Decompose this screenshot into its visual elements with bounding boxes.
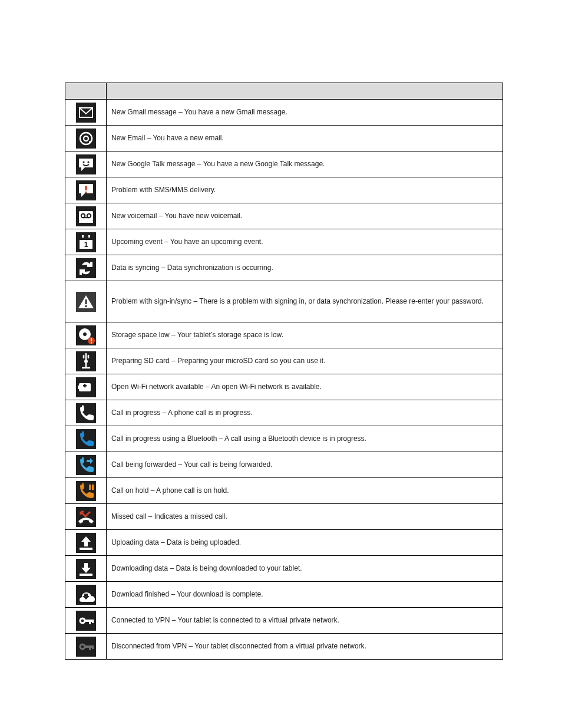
icon-cell (65, 530, 107, 556)
email-icon (76, 129, 96, 149)
call-hold-icon (76, 481, 96, 501)
description-cell: New voicemail – You have new voicemail. (107, 203, 503, 229)
table-row: Call in progress – A phone call is in pr… (65, 400, 503, 426)
table-row: Data is syncing – Data synchronization i… (65, 255, 503, 281)
description-cell: Call in progress – A phone call is in pr… (107, 400, 503, 426)
icon-cell (65, 281, 107, 322)
description-cell: Disconnected from VPN – Your tablet disc… (107, 634, 503, 660)
table-row: Open Wi-Fi network available – An open W… (65, 374, 503, 400)
description-cell: New Email – You have a new email. (107, 126, 503, 151)
bluetooth-call-icon (76, 429, 96, 449)
table-row: Upcoming event – You have an upcoming ev… (65, 229, 503, 255)
icon-cell (65, 582, 107, 608)
table-row: New Google Talk message – You have a new… (65, 151, 503, 177)
table-row: Problem with SMS/MMS delivery. (65, 177, 503, 203)
calendar-event-icon (76, 232, 96, 252)
description-cell: Open Wi-Fi network available – An open W… (107, 374, 503, 400)
description-cell: Call being forwarded – Your call is bein… (107, 452, 503, 478)
icon-cell (65, 100, 107, 126)
icon-cell (65, 504, 107, 530)
missed-call-icon (76, 507, 96, 527)
table-row: Disconnected from VPN – Your tablet disc… (65, 634, 503, 660)
description-cell: Problem with SMS/MMS delivery. (107, 177, 503, 203)
table-row: New Email – You have a new email. (65, 126, 503, 151)
description-cell: Upcoming event – You have an upcoming ev… (107, 229, 503, 255)
description-cell: Preparing SD card – Preparing your micro… (107, 348, 503, 374)
table-row: Download finished – Your download is com… (65, 582, 503, 608)
table-row: Call on hold – A phone call is on hold. (65, 478, 503, 504)
description-cell: New Google Talk message – You have a new… (107, 151, 503, 177)
description-cell: Download finished – Your download is com… (107, 582, 503, 608)
description-cell: Connected to VPN – Your tablet is connec… (107, 608, 503, 634)
table-row: Call being forwarded – Your call is bein… (65, 452, 503, 478)
description-cell: Problem with sign-in/sync – There is a p… (107, 281, 503, 322)
sms-problem-icon (76, 180, 96, 200)
call-forward-icon (76, 455, 96, 475)
icon-cell (65, 400, 107, 426)
description-cell: Storage space low – Your tablet’s storag… (107, 322, 503, 348)
table-header-row (65, 83, 503, 100)
icon-cell (65, 608, 107, 634)
icon-cell (65, 478, 107, 504)
wifi-available-icon (76, 377, 96, 397)
voicemail-icon (76, 206, 96, 226)
sd-preparing-icon (76, 351, 96, 371)
vpn-connected-icon (76, 611, 96, 631)
gmail-icon (76, 103, 96, 123)
table-row: Missed call – Indicates a missed call. (65, 504, 503, 530)
table-row: Uploading data – Data is being uploaded. (65, 530, 503, 556)
table-row: Preparing SD card – Preparing your micro… (65, 348, 503, 374)
description-cell: Data is syncing – Data synchronization i… (107, 255, 503, 281)
icon-cell (65, 177, 107, 203)
icon-cell (65, 126, 107, 151)
description-cell: New Gmail message – You have a new Gmail… (107, 100, 503, 126)
notification-icons-table: New Gmail message – You have a new Gmail… (65, 83, 503, 660)
icon-cell (65, 151, 107, 177)
table-row: Problem with sign-in/sync – There is a p… (65, 281, 503, 322)
icon-cell (65, 229, 107, 255)
low-storage-icon (76, 325, 96, 345)
description-cell: Uploading data – Data is being uploaded. (107, 530, 503, 556)
call-progress-icon (76, 403, 96, 423)
vpn-disconnected-icon (76, 637, 96, 657)
description-cell: Call on hold – A phone call is on hold. (107, 478, 503, 504)
document-page: New Gmail message – You have a new Gmail… (0, 0, 562, 728)
table-row: Storage space low – Your tablet’s storag… (65, 322, 503, 348)
icon-cell (65, 426, 107, 452)
table-row: New Gmail message – You have a new Gmail… (65, 100, 503, 126)
icon-cell (65, 348, 107, 374)
header-desc (107, 83, 503, 100)
sign-in-error-icon (76, 292, 96, 312)
table-row: Downloading data – Data is being downloa… (65, 556, 503, 582)
icon-cell (65, 255, 107, 281)
icon-cell (65, 374, 107, 400)
downloading-icon (76, 559, 96, 579)
description-cell: Downloading data – Data is being downloa… (107, 556, 503, 582)
icon-cell (65, 452, 107, 478)
icon-cell (65, 322, 107, 348)
data-sync-icon (76, 258, 96, 278)
icon-cell (65, 556, 107, 582)
google-talk-icon (76, 154, 96, 174)
table-row: Connected to VPN – Your tablet is connec… (65, 608, 503, 634)
download-finished-icon (76, 585, 96, 605)
icon-cell (65, 203, 107, 229)
table-row: New voicemail – You have new voicemail. (65, 203, 503, 229)
description-cell: Missed call – Indicates a missed call. (107, 504, 503, 530)
icon-cell (65, 634, 107, 660)
table-row: Call in progress using a Bluetooth – A c… (65, 426, 503, 452)
uploading-icon (76, 533, 96, 553)
description-cell: Call in progress using a Bluetooth – A c… (107, 426, 503, 452)
header-icon (65, 83, 107, 100)
